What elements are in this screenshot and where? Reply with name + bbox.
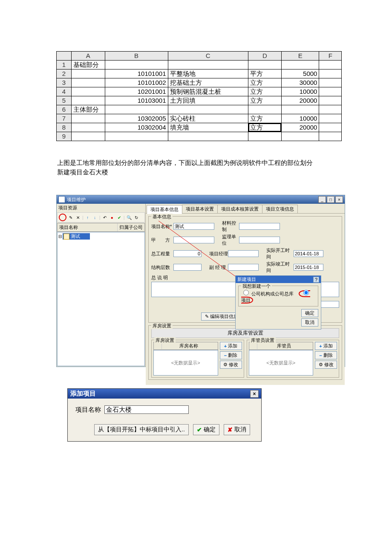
undo-icon[interactable]: ↶ bbox=[102, 214, 108, 220]
input-vmgr[interactable] bbox=[228, 264, 259, 271]
modal-cancel-button[interactable]: 取消 bbox=[301, 318, 318, 327]
keeper-add-button[interactable]: +添加 bbox=[315, 342, 337, 350]
tab-cost-settings[interactable]: 项目成本核算设置 bbox=[217, 205, 262, 214]
store-del-button[interactable]: −删除 bbox=[220, 351, 242, 359]
cell[interactable]: 实心砖柱 bbox=[168, 114, 248, 123]
tab-init-info[interactable]: 项目立项信息 bbox=[262, 205, 298, 214]
cell[interactable] bbox=[319, 61, 342, 69]
cell[interactable] bbox=[248, 105, 281, 114]
cell[interactable] bbox=[71, 132, 105, 141]
cell[interactable]: 基础部分 bbox=[71, 61, 105, 69]
cell[interactable]: 10101001 bbox=[105, 69, 168, 78]
input-owner[interactable] bbox=[173, 237, 214, 243]
row-header[interactable]: 4 bbox=[57, 87, 72, 96]
delete-icon[interactable]: ✕ bbox=[75, 214, 81, 220]
tool-cancel-icon[interactable]: ● bbox=[109, 214, 115, 220]
cell[interactable]: 5000 bbox=[282, 69, 319, 78]
tree-expand-icon[interactable]: ⊟ bbox=[58, 234, 62, 239]
cell[interactable] bbox=[105, 132, 168, 141]
cell[interactable] bbox=[248, 132, 281, 141]
cell[interactable] bbox=[319, 114, 342, 123]
col-header-E[interactable]: E bbox=[282, 52, 319, 61]
keeper-del-button[interactable]: −删除 bbox=[315, 351, 337, 359]
cell[interactable]: 主体部分 bbox=[71, 105, 105, 114]
cell[interactable]: 10000 bbox=[282, 114, 319, 123]
cell[interactable] bbox=[71, 69, 105, 78]
cell[interactable]: 立方 bbox=[248, 78, 281, 87]
cell[interactable]: 10201001 bbox=[105, 87, 168, 96]
cell[interactable]: 挖基础土方 bbox=[168, 78, 248, 87]
row-header[interactable]: 7 bbox=[57, 114, 72, 123]
refresh-icon[interactable]: ↻ bbox=[133, 214, 139, 220]
cell[interactable]: 20000 bbox=[282, 96, 319, 105]
tool-save-icon[interactable]: ✔ bbox=[116, 214, 122, 220]
input-mgr[interactable] bbox=[228, 250, 259, 257]
cell[interactable]: 20000 bbox=[282, 123, 319, 132]
col-header-A[interactable]: A bbox=[71, 52, 105, 61]
col-header-F[interactable]: F bbox=[319, 52, 342, 61]
cell[interactable]: 立方 bbox=[248, 123, 281, 132]
keeper-mod-button[interactable]: ⚙修改 bbox=[315, 361, 337, 369]
close-button[interactable]: × bbox=[335, 196, 343, 203]
cell[interactable]: 土方回填 bbox=[168, 96, 248, 105]
cell[interactable] bbox=[105, 105, 168, 114]
row-header[interactable]: 3 bbox=[57, 78, 72, 87]
col-header-C[interactable]: C bbox=[168, 52, 248, 61]
cell[interactable]: 立方 bbox=[248, 96, 281, 105]
cell[interactable]: 平整场地 bbox=[168, 69, 248, 78]
cell[interactable] bbox=[71, 114, 105, 123]
cell[interactable]: 平方 bbox=[248, 69, 281, 78]
cell[interactable]: 10103001 bbox=[105, 96, 168, 105]
cell[interactable]: 立方 bbox=[248, 114, 281, 123]
row-header[interactable]: 1 bbox=[57, 61, 72, 69]
add-project-icon[interactable] bbox=[59, 214, 66, 221]
input-end[interactable] bbox=[294, 264, 323, 271]
tab-basic-info[interactable]: 项目基本信息 bbox=[147, 205, 182, 214]
input-layers[interactable] bbox=[173, 264, 202, 271]
row-header[interactable]: 5 bbox=[57, 96, 72, 105]
cell[interactable] bbox=[319, 96, 342, 105]
store-list[interactable]: <无数据显示> bbox=[153, 350, 218, 376]
down-icon[interactable]: ↓ bbox=[92, 214, 98, 220]
input-total[interactable] bbox=[173, 250, 202, 257]
cell[interactable] bbox=[168, 105, 248, 114]
row-header[interactable]: 2 bbox=[57, 69, 72, 78]
cell[interactable] bbox=[71, 96, 105, 105]
cell[interactable] bbox=[319, 87, 342, 96]
cell[interactable]: 预制钢筋混凝土桩 bbox=[168, 87, 248, 96]
row-header[interactable]: 6 bbox=[57, 105, 72, 114]
cell[interactable] bbox=[105, 61, 168, 69]
dialog-close-button[interactable]: × bbox=[250, 390, 259, 398]
cell[interactable] bbox=[168, 132, 248, 141]
up-icon[interactable]: ↑ bbox=[85, 214, 91, 220]
row-header[interactable]: 9 bbox=[57, 132, 72, 141]
cell[interactable] bbox=[319, 132, 342, 141]
col-header-D[interactable]: D bbox=[248, 52, 281, 61]
cell[interactable]: 填充墙 bbox=[168, 123, 248, 132]
edit-icon[interactable]: ✎ bbox=[68, 214, 74, 220]
radio-company[interactable]: 公司机构或公司总库 bbox=[241, 291, 294, 296]
dialog-cancel-button[interactable]: ✘取消 bbox=[224, 424, 250, 435]
modal-ok-button[interactable]: 确定 bbox=[301, 309, 318, 317]
input-name[interactable] bbox=[173, 223, 214, 230]
cell[interactable]: 10101002 bbox=[105, 78, 168, 87]
tree-node-root[interactable]: 测试 bbox=[63, 233, 90, 240]
cell[interactable] bbox=[282, 61, 319, 69]
cell[interactable] bbox=[71, 123, 105, 132]
cell[interactable] bbox=[319, 123, 342, 132]
cell[interactable] bbox=[168, 61, 248, 69]
search-icon[interactable]: 🔍 bbox=[126, 214, 132, 220]
minimize-button[interactable]: _ bbox=[318, 196, 326, 203]
cell[interactable]: 10302005 bbox=[105, 114, 168, 123]
maximize-button[interactable]: □ bbox=[327, 196, 334, 203]
cell[interactable] bbox=[282, 105, 319, 114]
cell[interactable] bbox=[282, 132, 319, 141]
dialog-name-input[interactable] bbox=[104, 405, 189, 414]
cell[interactable]: 立方 bbox=[248, 87, 281, 96]
row-header[interactable]: 8 bbox=[57, 123, 72, 132]
store-mod-button[interactable]: ⚙修改 bbox=[220, 361, 242, 369]
cell[interactable] bbox=[319, 105, 342, 114]
input-start[interactable] bbox=[294, 250, 323, 257]
input-super[interactable] bbox=[239, 237, 280, 243]
cell[interactable] bbox=[319, 69, 342, 78]
